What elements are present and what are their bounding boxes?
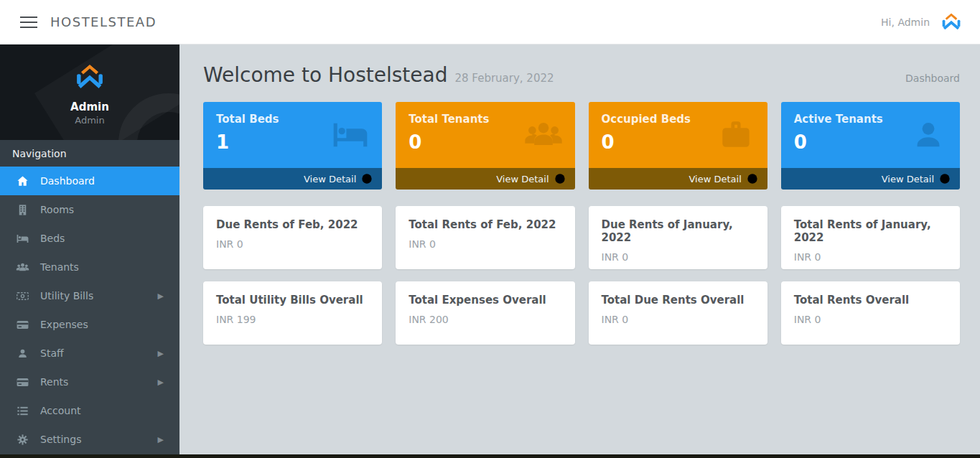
sidebar-item-label: Staff	[40, 347, 64, 359]
info-card-value: INR 0	[602, 314, 755, 325]
arrow-circle-right-icon	[747, 173, 758, 184]
sidebar-item-label: Settings	[40, 434, 81, 445]
info-card-value: INR 200	[409, 314, 561, 325]
info-card-value: INR 0	[409, 238, 561, 250]
info-card-title: Due Rents of January, 2022	[602, 218, 755, 244]
info-card-title: Total Rents Overall	[794, 294, 947, 307]
info-card-title: Total Rents of Feb, 2022	[409, 218, 561, 231]
suitcase-icon	[716, 115, 756, 155]
view-detail-link[interactable]: View Detail	[781, 168, 960, 190]
bed-icon	[14, 232, 31, 246]
view-detail-link[interactable]: View Detail	[589, 168, 767, 190]
page-date: 28 February, 2022	[454, 72, 554, 85]
chevron-right-icon: ▶	[158, 435, 164, 444]
hamburger-menu-icon[interactable]	[20, 13, 37, 32]
info-card-title: Total Utility Bills Overall	[216, 294, 369, 307]
sidebar-item-label: Beds	[40, 233, 65, 244]
sidebar-item-label: Utility Bills	[40, 290, 93, 302]
bed-icon	[330, 115, 370, 155]
arrow-circle-right-icon	[361, 173, 373, 184]
info-card-total-due-rents: Total Due Rents Overall INR 0	[589, 281, 767, 345]
sidebar: Admin Admin Navigation Dashboard Rooms B…	[0, 45, 179, 458]
sidebar-item-tenants[interactable]: Tenants	[0, 253, 179, 281]
info-card-due-rents-feb: Due Rents of Feb, 2022 INR 0	[203, 206, 382, 269]
info-card-value: INR 0	[794, 251, 947, 263]
info-card-value: INR 199	[216, 314, 369, 325]
info-card-due-rents-january: Due Rents of January, 2022 INR 0	[589, 206, 767, 269]
info-card-total-rents-january: Total Rents of January, 2022 INR 0	[781, 206, 960, 269]
sidebar-item-beds[interactable]: Beds	[0, 224, 179, 253]
stat-card-total-tenants: Total Tenants 0 View Detail	[396, 102, 574, 190]
info-cards-row-2: Total Utility Bills Overall INR 199 Tota…	[203, 281, 960, 345]
building-icon	[14, 203, 31, 217]
stat-card-occupied-beds: Occupied Beds 0 View Detail	[589, 102, 767, 190]
page-title: Welcome to Hostelstead	[203, 63, 447, 87]
money-bill-icon	[14, 289, 31, 303]
info-card-title: Total Rents of January, 2022	[794, 218, 947, 244]
sidebar-item-label: Account	[40, 405, 81, 416]
stat-card-active-tenants: Active Tenants 0 View Detail	[781, 102, 960, 190]
info-card-total-expenses: Total Expenses Overall INR 200	[396, 281, 574, 345]
credit-card-icon	[14, 375, 31, 389]
info-card-title: Total Expenses Overall	[409, 294, 561, 307]
main-content: Welcome to Hostelstead 28 February, 2022…	[179, 45, 980, 458]
view-detail-link[interactable]: View Detail	[203, 168, 382, 190]
info-card-value: INR 0	[602, 251, 755, 263]
sidebar-item-label: Tenants	[40, 261, 79, 273]
sidebar-item-staff[interactable]: Staff ▶	[0, 339, 179, 368]
top-header: HOSTELSTEAD Hi, Admin	[0, 0, 980, 45]
info-card-total-rents-feb: Total Rents of Feb, 2022 INR 0	[396, 206, 574, 269]
taskbar-edge	[0, 454, 980, 458]
hostelstead-house-icon[interactable]	[938, 9, 964, 35]
credit-card-icon	[14, 318, 31, 332]
sidebar-item-rents[interactable]: Rents ▶	[0, 368, 179, 396]
stat-card-total-beds: Total Beds 1 View Detail	[203, 102, 382, 190]
sidebar-item-expenses[interactable]: Expenses	[0, 310, 179, 339]
home-icon	[14, 174, 31, 188]
chevron-right-icon: ▶	[158, 291, 164, 301]
info-card-total-utility-bills: Total Utility Bills Overall INR 199	[203, 281, 382, 345]
info-card-value: INR 0	[794, 314, 947, 325]
sidebar-item-label: Expenses	[40, 319, 88, 330]
sidebar-profile: Admin Admin	[0, 45, 179, 140]
user-icon	[14, 347, 31, 360]
user-greeting: Hi, Admin	[881, 17, 930, 28]
info-card-total-rents: Total Rents Overall INR 0	[781, 281, 960, 345]
users-icon	[14, 261, 31, 274]
view-detail-link[interactable]: View Detail	[396, 168, 574, 190]
sidebar-item-dashboard[interactable]: Dashboard	[0, 167, 179, 195]
ordered-list-icon	[14, 404, 31, 418]
sidebar-item-account[interactable]: Account	[0, 396, 179, 425]
sidebar-item-rooms[interactable]: Rooms	[0, 195, 179, 224]
hostelstead-house-icon	[71, 59, 108, 96]
user-icon	[908, 115, 948, 155]
gear-icon	[14, 433, 31, 447]
arrow-circle-right-icon	[554, 173, 566, 184]
sidebar-item-settings[interactable]: Settings ▶	[0, 425, 179, 454]
chevron-right-icon: ▶	[158, 378, 164, 387]
stat-cards-row: Total Beds 1 View Detail Total Tenants 0…	[203, 102, 960, 190]
info-card-value: INR 0	[216, 238, 369, 250]
info-card-title: Total Due Rents Overall	[602, 294, 755, 307]
profile-role: Admin	[75, 115, 104, 126]
sidebar-item-label: Rooms	[40, 204, 74, 215]
users-icon	[523, 115, 564, 155]
sidebar-item-label: Rents	[40, 376, 68, 388]
sidebar-item-utility-bills[interactable]: Utility Bills ▶	[0, 281, 179, 310]
sidebar-item-label: Dashboard	[40, 175, 95, 187]
arrow-circle-right-icon	[939, 173, 951, 184]
profile-name: Admin	[70, 101, 109, 113]
app-brand: HOSTELSTEAD	[50, 14, 157, 29]
info-card-title: Due Rents of Feb, 2022	[216, 218, 369, 231]
chevron-right-icon: ▶	[158, 349, 164, 358]
nav-section-header: Navigation	[0, 140, 179, 167]
info-cards-row-1: Due Rents of Feb, 2022 INR 0 Total Rents…	[203, 206, 960, 269]
breadcrumb[interactable]: Dashboard	[905, 73, 960, 84]
